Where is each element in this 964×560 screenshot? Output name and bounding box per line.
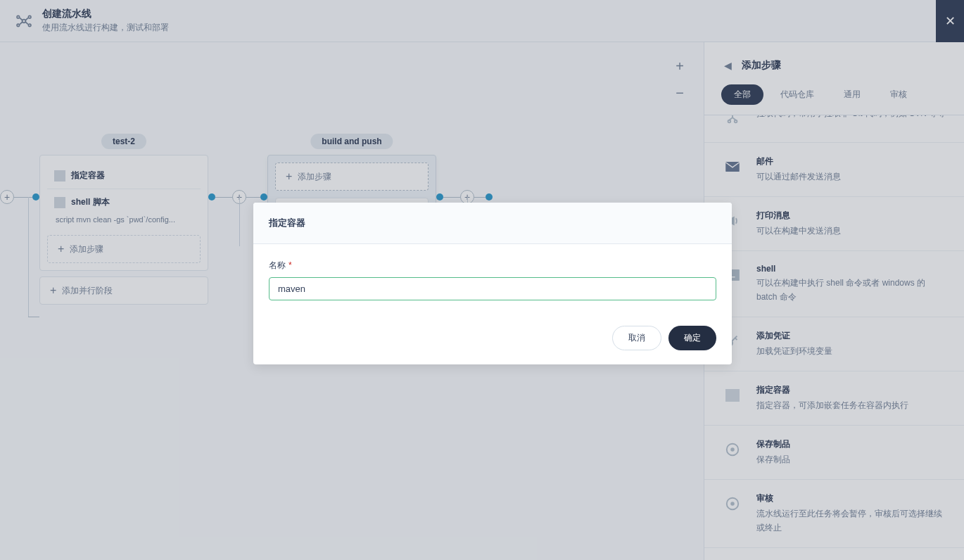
name-label: 名称* [269, 260, 716, 272]
required-mark: * [288, 260, 292, 270]
ok-button[interactable]: 确定 [668, 326, 716, 350]
cancel-button[interactable]: 取消 [612, 326, 661, 350]
container-modal: 指定容器 名称* 取消 确定 [253, 203, 732, 364]
modal-footer: 取消 确定 [253, 316, 732, 364]
modal-body: 名称* [253, 244, 732, 316]
name-label-text: 名称 [269, 260, 286, 270]
name-input[interactable] [269, 277, 716, 300]
modal-title: 指定容器 [253, 203, 732, 244]
